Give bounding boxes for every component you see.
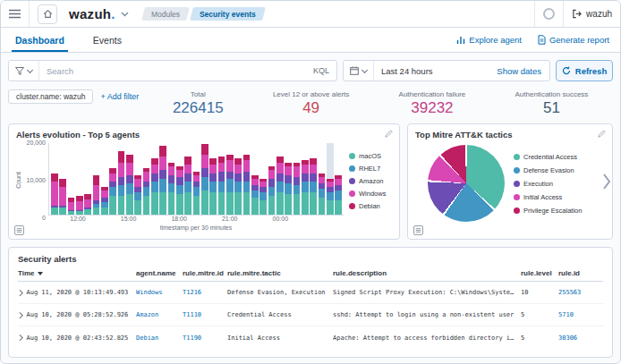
bar[interactable]	[285, 143, 292, 215]
rule-id-link[interactable]: 30306	[558, 334, 603, 342]
wazuh-logo[interactable]: wazuh.	[69, 6, 115, 21]
legend-item[interactable]: Credential Access	[514, 153, 582, 161]
bar[interactable]	[118, 143, 125, 215]
bar[interactable]	[176, 143, 183, 215]
time-range-value[interactable]: Last 24 hours	[374, 66, 489, 76]
rule-id-link[interactable]: 5710	[558, 311, 603, 318]
generate-report-button[interactable]: Generate report	[538, 35, 609, 45]
bar-segment	[243, 192, 251, 215]
bar-stack	[259, 179, 267, 215]
column-header[interactable]: agent.name	[136, 269, 183, 277]
mitre-id-link[interactable]: T1216	[183, 289, 227, 296]
edit-panel-icon[interactable]	[598, 130, 606, 138]
expand-row-chevron[interactable]	[17, 312, 22, 317]
account-menu[interactable]: wazuh	[564, 1, 620, 27]
search-input[interactable]	[39, 66, 306, 76]
bar[interactable]	[134, 143, 141, 215]
column-header[interactable]: rule.id	[558, 269, 603, 277]
tab-dashboard[interactable]: Dashboard	[12, 28, 68, 52]
bar[interactable]	[293, 143, 301, 215]
legend-item[interactable]: Execution	[514, 180, 582, 188]
mitre-id-link[interactable]: T1110	[183, 311, 227, 318]
bar[interactable]	[143, 143, 150, 215]
table-row[interactable]: Aug 10, 2020 @ 02:43:52.825DebianT1190In…	[18, 326, 603, 349]
legend-item[interactable]: RHEL7	[349, 165, 392, 173]
bar[interactable]	[51, 143, 58, 215]
table-row[interactable]: Aug 11, 2020 @ 10:13:49.493WindowsT1216D…	[18, 282, 603, 304]
home-button[interactable]	[38, 4, 57, 24]
bar[interactable]	[259, 143, 267, 215]
bar[interactable]	[101, 143, 108, 215]
edit-panel-icon[interactable]	[385, 130, 393, 138]
legend-item[interactable]: Defense Evasion	[514, 166, 582, 174]
bar[interactable]	[243, 143, 251, 215]
legend-item[interactable]: Initial Access	[514, 193, 582, 201]
legend-item[interactable]: Debian	[349, 202, 392, 210]
legend-color-dot	[514, 154, 520, 160]
legend-item[interactable]: Windows	[349, 190, 392, 198]
column-header[interactable]: rule.level	[521, 269, 558, 277]
bar[interactable]	[84, 143, 91, 215]
bar[interactable]	[93, 143, 100, 215]
bar[interactable]	[327, 143, 334, 215]
next-panel-chevron[interactable]	[602, 173, 611, 190]
refresh-button[interactable]: Refresh	[556, 60, 613, 81]
agent-name-link[interactable]: Debian	[136, 334, 183, 342]
bar[interactable]	[310, 143, 317, 215]
bar[interactable]	[159, 143, 166, 215]
bar[interactable]	[184, 143, 191, 215]
bar[interactable]	[268, 143, 276, 215]
column-header[interactable]: Time	[18, 269, 136, 277]
bar[interactable]	[302, 143, 309, 215]
explore-agent-button[interactable]: Explore agent	[456, 35, 522, 45]
bar[interactable]	[209, 143, 217, 215]
bar[interactable]	[201, 143, 208, 215]
agent-name-link[interactable]: Amazon	[136, 311, 183, 318]
bar[interactable]	[218, 143, 225, 215]
column-header[interactable]: rule.mitre.tactic	[227, 269, 333, 277]
bar[interactable]	[168, 143, 175, 215]
add-filter-button[interactable]: + Add filter	[100, 89, 139, 101]
bar[interactable]	[59, 143, 66, 215]
bar-segment	[234, 192, 242, 215]
legend-item[interactable]: Privilege Escalation	[514, 207, 582, 215]
expand-row-chevron[interactable]	[17, 290, 22, 295]
legend-item[interactable]: macOS	[349, 152, 392, 160]
tab-events[interactable]: Events	[89, 28, 125, 52]
legend-item[interactable]: Amazon	[349, 177, 392, 185]
expand-row-chevron[interactable]	[17, 334, 22, 340]
legend-label: RHEL7	[359, 165, 380, 173]
legend-toggle-icon[interactable]	[413, 225, 423, 235]
breadcrumb-security-events[interactable]: Security events	[190, 7, 266, 21]
agent-name-link[interactable]: Windows	[136, 289, 183, 296]
filter-chip-cluster-name[interactable]: cluster.name: wazuh	[8, 89, 93, 104]
column-header[interactable]: rule.mitre.id	[183, 269, 227, 277]
health-indicator-button[interactable]	[535, 1, 563, 27]
chevron-down-icon[interactable]	[121, 12, 129, 17]
bar[interactable]	[319, 143, 326, 215]
bar[interactable]	[276, 143, 284, 215]
bar[interactable]	[226, 143, 234, 215]
bar[interactable]	[126, 143, 133, 215]
calendar-menu-button[interactable]	[344, 61, 374, 80]
legend-toggle-icon[interactable]	[14, 225, 24, 235]
bar[interactable]	[109, 143, 116, 215]
table-row[interactable]: Aug 10, 2020 @ 05:28:52.926AmazonT1110Cr…	[18, 304, 603, 326]
menu-button[interactable]	[1, 1, 29, 27]
kql-label[interactable]: KQL	[306, 66, 336, 75]
bar[interactable]	[234, 143, 242, 215]
column-header[interactable]: rule.description	[333, 269, 521, 277]
rule-id-link[interactable]: 255563	[558, 289, 603, 296]
mitre-id-link[interactable]: T1190	[183, 334, 227, 342]
bar[interactable]	[251, 143, 259, 215]
breadcrumb-modules[interactable]: Modules	[141, 7, 190, 21]
bar[interactable]	[76, 143, 83, 215]
bar[interactable]	[151, 143, 158, 215]
bar[interactable]	[193, 143, 200, 215]
chevron-down-icon	[362, 66, 368, 72]
filter-menu-button[interactable]	[9, 61, 39, 80]
show-dates-button[interactable]: Show dates	[489, 66, 549, 76]
bar[interactable]	[335, 143, 342, 215]
bar[interactable]	[68, 143, 75, 215]
mitre-pie-chart[interactable]	[428, 145, 505, 222]
